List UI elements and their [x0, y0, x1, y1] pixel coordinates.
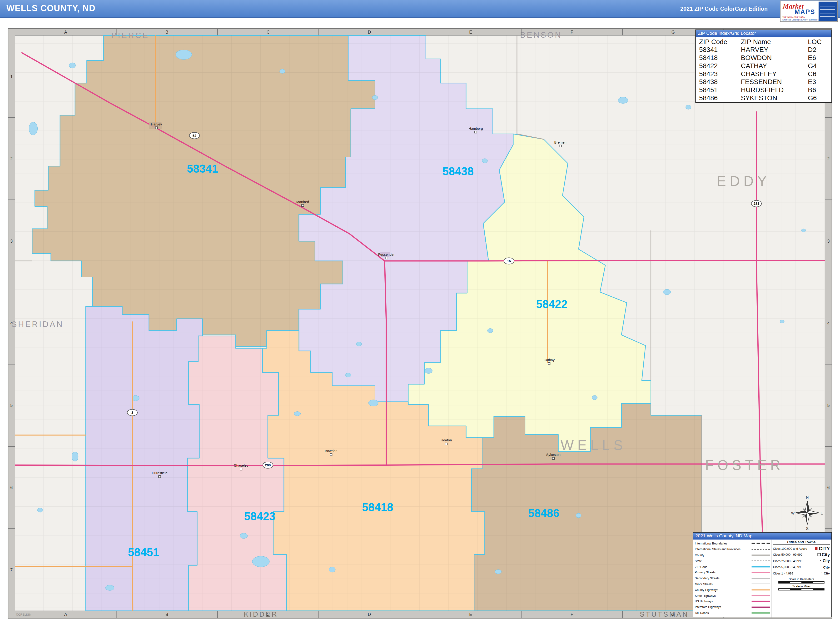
compass-w: W — [791, 511, 795, 515]
legend-line-item: State — [695, 558, 770, 564]
grid-col-label: F — [571, 612, 573, 617]
index-header-row: ZIP CodeZIP NameLOC — [696, 37, 831, 46]
legend-line-sample — [752, 595, 770, 596]
index-cell: 58486 — [696, 94, 738, 102]
county-label-stutsman: STUTSMAN — [640, 610, 689, 618]
grid-row-label: 2 — [10, 156, 13, 161]
town-marker — [475, 131, 477, 133]
legend-line-item: Toll Roads — [695, 610, 770, 616]
zip-code-label-58486: 58486 — [528, 507, 559, 519]
town-marker — [158, 475, 161, 478]
town-label: Hurdsfield — [152, 471, 167, 475]
legend-line-items: International BoundariesInternational St… — [693, 540, 771, 618]
legend-city-item: Cities 1 - 4,999City — [773, 570, 830, 576]
index-column-header: ZIP Name — [738, 37, 804, 46]
town-label: Cathay — [544, 358, 555, 362]
highway-number: 200 — [265, 463, 271, 467]
legend-line-item: Primary Streets — [695, 570, 770, 575]
legend-line-item: US Highways — [695, 598, 770, 604]
grid-col-label: G — [671, 30, 675, 34]
scale-bar-km — [778, 581, 825, 583]
index-row: 58451HURDSFIELDB6 — [696, 86, 831, 94]
legend-city-item: Cities 25,000 - 49,999City — [773, 558, 830, 564]
index-cell: BOWDON — [738, 54, 804, 62]
grid-col-label: C — [267, 30, 270, 34]
town-marker — [445, 443, 447, 445]
grid-col-label: D — [368, 30, 371, 34]
index-row: 58486SYKESTONG6 — [696, 94, 831, 102]
grid-row-label: 4 — [827, 321, 830, 326]
town-marker — [552, 458, 555, 459]
legend-line-sample — [752, 612, 770, 613]
grid-row-label: 3 — [10, 239, 13, 244]
legend-city-sample: City — [820, 558, 830, 564]
grid-col-label: B — [166, 612, 168, 617]
grid-col-label: D — [368, 612, 371, 617]
index-cell: FESSENDEN — [738, 78, 804, 86]
grid-col-label: E — [469, 30, 472, 34]
compass-e: E — [821, 511, 823, 515]
grid-row-label: 4 — [10, 321, 13, 326]
grid-row-label: 1 — [10, 74, 13, 79]
zip-code-label-58418: 58418 — [362, 501, 393, 514]
legend-line-item: International States and Provinces — [695, 546, 770, 552]
logo-tagline: The Target...The Team... — [782, 15, 806, 18]
grid-row-label: 5 — [10, 403, 13, 408]
highway-number: 52 — [193, 134, 196, 138]
legend-line-item: Secondary Streets — [695, 576, 770, 581]
highway-number: 15 — [507, 259, 511, 263]
grid-row-label: 6 — [10, 485, 13, 490]
scale-bar-mi — [778, 588, 825, 590]
legend-line-sample — [752, 561, 770, 561]
logo-subline: America's Leading Source of Business Map… — [782, 19, 822, 21]
index-row: 58341HARVEYD2 — [696, 46, 831, 54]
grid-col-label: G — [671, 612, 675, 617]
zip-index-table: ZIP CodeZIP NameLOC 58341HARVEYD258418BO… — [696, 37, 831, 102]
legend-city-sample: City — [818, 552, 830, 557]
legend-cities-column: Cities and Towns Cities 100,000 and Abov… — [771, 540, 831, 618]
highway-number: 281 — [753, 202, 759, 205]
town-marker — [330, 453, 332, 456]
index-cell: E6 — [804, 54, 831, 62]
legend-title: 2021 Wells County, ND Map — [693, 532, 831, 540]
county-label-wells: WELLS — [560, 438, 626, 453]
legend-line-item: County Highways — [695, 587, 770, 592]
legend-line-item: State Highways — [695, 593, 770, 598]
index-cell: 58438 — [696, 78, 738, 86]
legend-line-sample — [752, 584, 770, 584]
edition-label: 2021 ZIP Code ColorCast Edition — [680, 6, 768, 12]
county-label-foster: FOSTER — [705, 458, 784, 473]
compass-s: S — [806, 526, 809, 531]
town-label: Chaseley — [234, 464, 248, 467]
legend-line-sample — [752, 572, 770, 573]
section-grid — [15, 36, 825, 611]
grid-col-label: A — [64, 30, 67, 34]
index-row: 58423CHASELEYC6 — [696, 70, 831, 78]
town-label: Harvey — [151, 123, 162, 126]
zip-code-label-58438: 58438 — [442, 165, 474, 178]
legend-panel: 2021 Wells County, ND Map International … — [693, 532, 832, 618]
town-marker — [240, 468, 242, 470]
county-label-kidder: KIDDER — [244, 610, 278, 618]
highway-number: 3 — [132, 411, 133, 414]
index-row: 58422CATHAYG4 — [696, 62, 831, 70]
index-cell: B6 — [804, 86, 831, 94]
scale-mi-label: Scale in Miles — [773, 584, 830, 588]
index-cell: D2 — [804, 46, 831, 54]
index-cell: CHASELEY — [738, 70, 804, 78]
zip-code-label-58423: 58423 — [244, 510, 275, 523]
grid-col-label: C — [267, 612, 270, 617]
logo-text-block: Market MAPS The Target...The Team... Ame… — [780, 1, 819, 22]
index-cell: C6 — [804, 70, 831, 78]
grid-row-label: 6 — [827, 485, 830, 490]
legend-city-item: Cities 50,000 - 99,999City — [773, 552, 830, 558]
zip-index-title: ZIP Code Index/Grid Locator — [696, 30, 831, 37]
legend-line-item: ZIP Code — [695, 564, 770, 570]
legend-line-item: County — [695, 552, 770, 558]
page: 52152003281 HarveyManfredFessendenHamber… — [0, 0, 840, 619]
index-column-header: ZIP Code — [696, 37, 738, 46]
town-label: Bremen — [555, 141, 566, 144]
index-row: 58438FESSENDENE3 — [696, 78, 831, 86]
index-cell: 58423 — [696, 70, 738, 78]
grid-col-label: F — [571, 30, 573, 34]
